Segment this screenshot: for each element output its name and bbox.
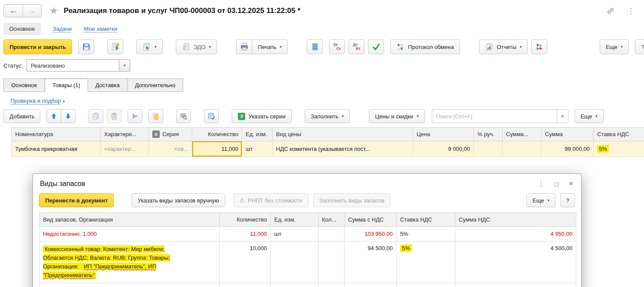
col-unit[interactable]: Ед. изм. bbox=[242, 127, 273, 141]
tab-main[interactable]: Основное bbox=[3, 78, 45, 92]
barcode-button[interactable] bbox=[176, 109, 191, 123]
status-row: Статус: Реализовано ▾ bbox=[0, 57, 644, 76]
col-price[interactable]: Цена bbox=[413, 127, 474, 141]
dialog-more-button[interactable]: Еще ▾ bbox=[526, 193, 555, 207]
col-quantity[interactable]: Количество bbox=[192, 127, 242, 141]
manual-inventory-button[interactable]: Указать виды запасов вручную bbox=[131, 193, 225, 207]
move-down-button[interactable] bbox=[61, 109, 76, 123]
search-input[interactable] bbox=[432, 109, 557, 123]
cell-quantity2[interactable] bbox=[319, 241, 345, 283]
fill-inventory-button[interactable]: Заполнить виды запасов bbox=[313, 193, 391, 207]
reports-button[interactable]: Отчеты ▾ bbox=[479, 39, 528, 54]
nav-tab-tasks[interactable]: Задачи bbox=[53, 26, 72, 32]
cell-quantity[interactable]: 11,000 bbox=[220, 227, 271, 241]
cell-vat-rate[interactable]: 5% bbox=[397, 241, 455, 283]
prices-discounts-button[interactable]: Цены и скидки ▾ bbox=[369, 109, 424, 123]
col-amount-with-vat[interactable]: Сумма с НДС bbox=[345, 213, 397, 227]
nav-tab-main[interactable]: Основное bbox=[3, 23, 41, 35]
title-menu-icon[interactable]: ⋮ bbox=[627, 7, 634, 16]
search-clear-button[interactable]: × bbox=[557, 109, 568, 123]
close-icon[interactable]: × bbox=[569, 179, 573, 188]
copy-row-button[interactable] bbox=[89, 109, 103, 123]
status-value[interactable]: Реализовано bbox=[26, 59, 119, 72]
cell-amount[interactable]: 99 000,00 bbox=[542, 141, 594, 157]
print-button[interactable]: Печать ▾ bbox=[252, 39, 288, 54]
nav-tab-notes[interactable]: Мои заметки bbox=[84, 26, 117, 32]
paste-row-button[interactable] bbox=[107, 109, 122, 123]
cell-nomenclature[interactable]: Тумбочка прикроватная bbox=[12, 141, 101, 157]
col-vat-amount[interactable]: Сумма НДС bbox=[455, 213, 576, 227]
registers-button[interactable] bbox=[307, 39, 323, 54]
col-inventory-type[interactable]: Вид запасов, Организация bbox=[39, 213, 220, 227]
cell-name[interactable]: Недостаточно: 1,000 bbox=[39, 227, 220, 241]
back-button[interactable]: ← bbox=[4, 5, 23, 17]
cell-vat-amount[interactable]: 4 500,00 bbox=[455, 241, 576, 283]
post-document-button[interactable] bbox=[107, 39, 123, 54]
cell-quantity2[interactable] bbox=[319, 227, 345, 241]
col-series[interactable]: # Серия bbox=[149, 127, 192, 141]
post-and-close-button[interactable]: Провести и закрыть bbox=[3, 39, 72, 54]
save-icon bbox=[82, 42, 91, 51]
col-characteristic[interactable]: Характери... bbox=[101, 127, 149, 141]
split-row-button[interactable] bbox=[128, 109, 142, 123]
edo-button[interactable]: ЭДО ▾ bbox=[176, 39, 217, 54]
add-row-button[interactable]: Добавить bbox=[3, 109, 40, 123]
exchange-protocol-button[interactable]: Протокол обмена bbox=[390, 39, 460, 54]
cell-manual-pct[interactable] bbox=[474, 141, 503, 157]
status-dropdown-button[interactable]: ▾ bbox=[119, 59, 130, 72]
print-icon-button[interactable] bbox=[236, 39, 252, 54]
tab-delivery[interactable]: Доставка bbox=[88, 78, 128, 92]
col-quantity2[interactable]: Кол... bbox=[319, 213, 345, 227]
dtkt-button[interactable]: Дт Кт bbox=[348, 39, 365, 54]
specify-series-button[interactable]: # Указать серии bbox=[232, 109, 291, 123]
forward-button[interactable]: → bbox=[23, 5, 41, 17]
col-quantity[interactable]: Количество bbox=[220, 213, 271, 227]
check-pick-link[interactable]: Проверка и подбор bbox=[10, 98, 61, 104]
goods-more-button[interactable]: Еще ▾ bbox=[575, 109, 604, 123]
check-fill-button[interactable] bbox=[204, 109, 219, 123]
cell-vat-rate[interactable]: 5% bbox=[594, 141, 644, 157]
cell-name[interactable]: Комиссионный товар; Комитент: Мир мебели… bbox=[39, 241, 220, 283]
cell-quantity[interactable]: 10,000 bbox=[220, 241, 271, 283]
cell-price-type[interactable]: НДС комитента (указывается пост... bbox=[273, 141, 413, 157]
create-based-on-button[interactable]: ▾ bbox=[136, 39, 163, 54]
col-amount[interactable]: Сумма bbox=[542, 127, 594, 141]
cell-amount-with-vat[interactable]: 103 950,00 bbox=[345, 227, 397, 241]
col-amount-discount[interactable]: Сумма... bbox=[503, 127, 542, 141]
cell-price[interactable]: 9 000,00 bbox=[413, 141, 474, 157]
tab-goods[interactable]: Товары (1) bbox=[45, 78, 88, 92]
col-unit[interactable]: Ед. изм. bbox=[271, 213, 319, 227]
col-price-type[interactable]: Вид цены bbox=[273, 127, 413, 141]
cell-amount-discount[interactable] bbox=[503, 141, 542, 157]
col-nomenclature[interactable]: Номенклатура bbox=[12, 127, 101, 141]
col-vat-rate[interactable]: Ставка НДС bbox=[594, 127, 644, 141]
help-button[interactable]: ? bbox=[635, 39, 644, 54]
dialog-help-button[interactable]: ? bbox=[560, 193, 575, 207]
move-up-button[interactable] bbox=[46, 109, 61, 123]
col-vat-rate[interactable]: Ставка НДС bbox=[397, 213, 455, 227]
commandbar-more-button[interactable]: Еще ▾ bbox=[600, 39, 629, 54]
maximize-icon[interactable]: □ bbox=[555, 180, 559, 188]
link-icon[interactable] bbox=[606, 7, 615, 15]
transfer-to-document-button[interactable]: Перенести в документ bbox=[39, 193, 114, 207]
favorite-star-icon[interactable]: ★ bbox=[49, 5, 58, 16]
dialog-menu-icon[interactable]: ⋮ bbox=[538, 180, 544, 188]
cell-amount-with-vat[interactable]: 94 500,00 bbox=[345, 241, 397, 283]
save-button[interactable] bbox=[78, 39, 94, 54]
check-posting-button[interactable] bbox=[368, 39, 384, 54]
cell-vat-rate[interactable]: 5% bbox=[397, 227, 455, 241]
rnpt-button[interactable]: ⚠ РНПТ без стоимости bbox=[233, 193, 309, 207]
copy-lines-button[interactable] bbox=[148, 109, 163, 123]
cell-unit[interactable]: шт bbox=[271, 227, 319, 241]
fill-button[interactable]: Заполнить ▾ bbox=[305, 109, 350, 123]
drcr-button[interactable]: Dr Cr bbox=[329, 39, 345, 54]
cell-series[interactable]: <се... bbox=[149, 141, 192, 157]
cell-characteristic[interactable]: <характер... bbox=[101, 141, 149, 157]
cell-unit[interactable] bbox=[271, 241, 319, 283]
structure-button[interactable] bbox=[531, 39, 547, 54]
cell-quantity[interactable]: 11,000 bbox=[192, 141, 242, 157]
tab-additional[interactable]: Дополнительно bbox=[127, 78, 184, 92]
cell-vat-amount[interactable]: 4 950,00 bbox=[455, 227, 576, 241]
cell-unit[interactable]: шт bbox=[242, 141, 273, 157]
col-manual-pct[interactable]: % руч. bbox=[474, 127, 503, 141]
